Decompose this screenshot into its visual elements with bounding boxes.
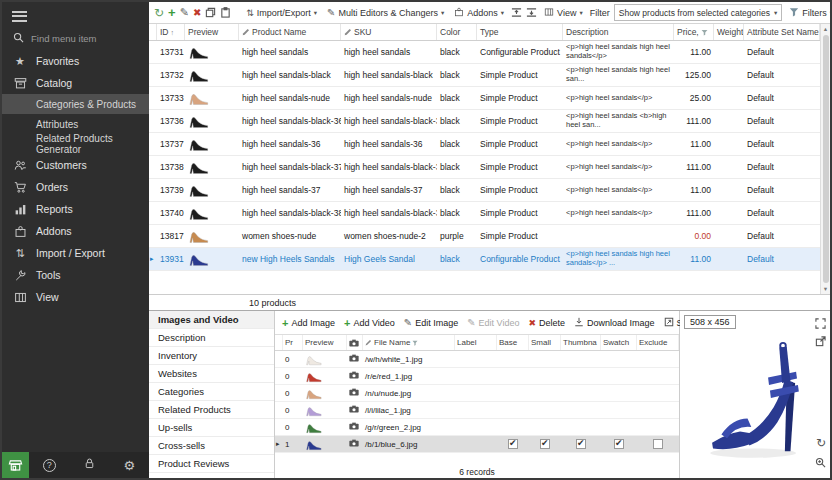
detail-tab[interactable]: Related Products	[149, 401, 274, 419]
sidebar-item-catalog[interactable]: Catalog	[2, 72, 149, 94]
cell-sku: high heel sandals	[341, 47, 437, 57]
open-external-icon[interactable]	[815, 333, 826, 351]
store-icon[interactable]	[2, 452, 29, 478]
category-filter-select[interactable]: Show products from selected categories ▾	[614, 4, 782, 21]
base-checkbox[interactable]	[497, 439, 529, 449]
product-row[interactable]: ▸ 13731 high heel sandals high heel sand…	[149, 41, 820, 64]
product-row[interactable]: ▸ 13739 high heel sandals-37 high heel s…	[149, 179, 820, 202]
image-row[interactable]: ▸ 0 /w/h/white_1.jpg	[275, 351, 679, 368]
sidebar-item-categories-products[interactable]: Categories & Products	[2, 94, 149, 114]
swatch-checkbox[interactable]	[601, 439, 637, 449]
multi-editors-button[interactable]: ✎ Multi Editors & Changers ▾	[324, 6, 447, 19]
detail-tab[interactable]: Up-sells	[149, 419, 274, 437]
sidebar-item-tools[interactable]: Tools	[2, 264, 149, 286]
vertical-scrollbar[interactable]: ▲ ▼	[820, 24, 830, 294]
edit-icon[interactable]: ✎	[180, 6, 189, 19]
header-description[interactable]: Description	[563, 24, 674, 40]
sidebar-item-import-export[interactable]: ⇅ Import / Export	[2, 242, 149, 264]
sidebar-item-orders[interactable]: Orders	[2, 176, 149, 198]
product-row[interactable]: ▸ 13817 women shoes-nude women shoes-nud…	[149, 225, 820, 248]
image-row[interactable]: ▸ 1 /b/1/blue_6.jpg	[275, 436, 679, 453]
scroll-down-icon[interactable]: ▼	[823, 284, 828, 294]
header-attribute-set[interactable]: Attribute Set Name	[744, 24, 820, 40]
detail-tab[interactable]: Categories	[149, 383, 274, 401]
add-video-button[interactable]: + Add Video	[344, 317, 395, 329]
menu-icon[interactable]	[2, 2, 149, 26]
product-row[interactable]: ▸ 13736 high heel sandals-black-36 high …	[149, 110, 820, 133]
edit-video-button[interactable]: ✎ Edit Video	[467, 317, 519, 328]
copy-icon[interactable]	[205, 7, 216, 18]
header-preview[interactable]: Preview	[185, 24, 239, 40]
image-row[interactable]: ▸ 0 /l/i/lilac_1.jpg	[275, 402, 679, 419]
header-label[interactable]: Label	[455, 335, 497, 350]
add-image-button[interactable]: + Add Image	[282, 317, 335, 329]
view-button[interactable]: View ▾	[541, 6, 586, 20]
sidebar-item-addons[interactable]: Addons	[2, 220, 149, 242]
fullscreen-icon[interactable]	[815, 315, 826, 333]
detail-tab[interactable]: Images and Video	[149, 311, 274, 329]
sidebar-item-reports[interactable]: Reports	[2, 198, 149, 220]
import-export-button[interactable]: ⇅ Import/Export ▾	[243, 7, 320, 19]
delete-image-button[interactable]: ✖ Delete	[528, 318, 565, 328]
addons-button[interactable]: Addons ▾	[451, 6, 507, 20]
expand-all-icon[interactable]	[511, 7, 522, 18]
product-row[interactable]: ▸ 13740 high heel sandals-black-38 high …	[149, 202, 820, 225]
image-row[interactable]: ▸ 0 /n/u/nude.jpg	[275, 385, 679, 402]
detail-tab[interactable]: Websites	[149, 365, 274, 383]
refresh-icon[interactable]: ↻	[154, 6, 164, 20]
add-product-icon[interactable]: +	[168, 5, 176, 20]
product-row[interactable]: ▸ 13737 high heel sandals-36 high heel s…	[149, 133, 820, 156]
image-row[interactable]: ▸ 0 /g/r/green_2.jpg	[275, 419, 679, 436]
thumbnail-checkbox[interactable]	[561, 439, 601, 449]
detail-tab[interactable]: Cross-sells	[149, 437, 274, 455]
header-swatch[interactable]: Swatch	[601, 335, 637, 350]
sidebar-item-view[interactable]: View	[2, 286, 149, 308]
zoom-icon[interactable]	[815, 454, 826, 472]
header-type[interactable]: Type	[477, 24, 563, 40]
sidebar-item-related-products-generator[interactable]: Related Products Generator	[2, 134, 149, 154]
detail-tab[interactable]: Description	[149, 329, 274, 347]
lock-icon[interactable]	[83, 456, 96, 474]
header-file-name[interactable]: File Name	[363, 335, 455, 350]
header-color[interactable]: Color	[437, 24, 477, 40]
header-sku[interactable]: SKU	[341, 24, 437, 40]
header-camera[interactable]	[347, 335, 363, 350]
header-weight[interactable]: Weight	[714, 24, 744, 40]
rotate-icon[interactable]: ↻	[816, 436, 826, 450]
collapse-all-icon[interactable]	[526, 7, 537, 18]
product-thumbnail	[185, 113, 239, 129]
exclude-checkbox[interactable]	[637, 439, 679, 449]
header-exclude[interactable]: Exclude	[637, 335, 679, 350]
product-row[interactable]: ▸ 13733 high heel sandals-nude high heel…	[149, 87, 820, 110]
download-image-button[interactable]: Download Image	[574, 317, 655, 329]
funnel-icon	[701, 29, 708, 36]
sidebar-search[interactable]: Find menu item	[2, 26, 149, 50]
sidebar-item-favorites[interactable]: ★ Favorites	[2, 50, 149, 72]
header-preview[interactable]: Preview	[303, 335, 347, 350]
detail-tab[interactable]: Inventory	[149, 347, 274, 365]
delete-icon[interactable]: ✖	[193, 7, 201, 18]
detail-tab[interactable]: Product Reviews	[149, 455, 274, 473]
gear-icon[interactable]: ⚙	[124, 459, 136, 472]
product-row[interactable]: ▸ 13931 new High Heels Sandals High Geel…	[149, 248, 820, 271]
filters-button[interactable]: Filters ▾	[786, 6, 832, 20]
header-id[interactable]: ID↑	[157, 24, 185, 40]
small-checkbox[interactable]	[529, 439, 561, 449]
product-row[interactable]: ▸ 13738 high heel sandals-black-37 high …	[149, 156, 820, 179]
header-price[interactable]: Price,	[674, 24, 714, 40]
sidebar-item-attributes[interactable]: Attributes	[2, 114, 149, 134]
help-icon[interactable]: ?	[43, 459, 56, 472]
sidebar-item-customers[interactable]: Customers	[2, 154, 149, 176]
header-marker	[275, 335, 283, 350]
edit-image-button[interactable]: ✎ Edit Image	[404, 317, 458, 328]
header-base[interactable]: Base	[497, 335, 529, 350]
header-product-name[interactable]: Product Name	[239, 24, 341, 40]
header-small[interactable]: Small	[529, 335, 561, 350]
image-row[interactable]: ▸ 0 /r/e/red_1.jpg	[275, 368, 679, 385]
scroll-up-icon[interactable]: ▲	[823, 24, 828, 34]
scrollbar-thumb[interactable]	[823, 35, 829, 283]
header-thumbnail[interactable]: Thumbna	[561, 335, 601, 350]
header-priority[interactable]: Pr	[283, 335, 303, 350]
product-row[interactable]: ▸ 13732 high heel sandals-black high hee…	[149, 64, 820, 87]
paste-icon[interactable]	[220, 7, 231, 18]
